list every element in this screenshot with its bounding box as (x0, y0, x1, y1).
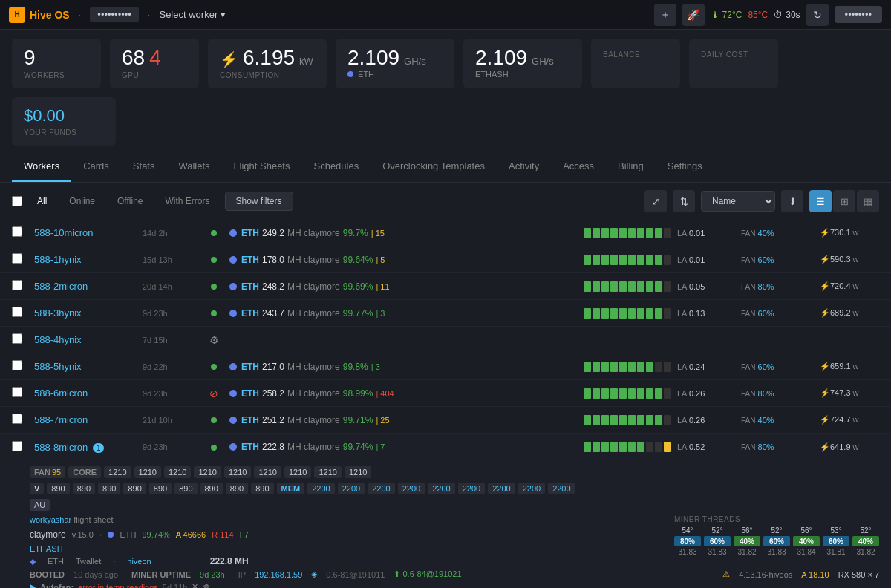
consumption-value: 6.195 (243, 48, 295, 68)
tabs-row: Workers Cards Stats Wallets Flight Sheet… (0, 151, 891, 183)
show-filters-btn[interactable]: Show filters (225, 192, 293, 211)
miner-rejected: R 114 (212, 530, 233, 539)
rocket-icon-btn[interactable]: 🚀 (682, 4, 705, 26)
temp-badge: 🌡 72°C 85°C (711, 10, 768, 20)
worker-name[interactable]: 588-4hynix (34, 334, 138, 345)
core-val-3: 1210 (194, 466, 221, 478)
gpu-bars (584, 362, 673, 372)
select-all-checkbox[interactable] (12, 196, 22, 206)
filter-errors-btn[interactable]: With Errors (157, 192, 219, 210)
worker-name[interactable]: 588-1hynix (34, 254, 138, 265)
trash-icon-btn[interactable]: 🗑 (203, 583, 211, 589)
row-checkbox[interactable] (12, 307, 22, 317)
tab-stats[interactable]: Stats (121, 151, 167, 182)
table-row: 588-6micron 9d 23h ⊘ ETH 258.2 MH claymo… (0, 380, 891, 407)
row-checkbox[interactable] (12, 360, 22, 370)
mem-val-4: 2200 (428, 483, 454, 494)
nav-right: ＋ 🚀 🌡 72°C 85°C ⏱ 30s ↻ •••••••• (654, 4, 882, 26)
tab-schedules[interactable]: Schedules (301, 151, 371, 182)
worker-name[interactable]: 588-3hynix (34, 307, 138, 318)
v-val-2: 890 (98, 483, 120, 494)
worker-uptime: 20d 14h (143, 282, 198, 291)
daily-cost-label: DAILY COST (701, 50, 766, 59)
row-checkbox[interactable] (12, 253, 22, 264)
thread-cell: 56° 40% 31.84 (793, 526, 820, 556)
mem-val-3: 2200 (398, 483, 425, 494)
eth-coin-icon (229, 416, 237, 424)
name-select[interactable]: Name (701, 191, 775, 212)
bolt-icon: ⚡ (220, 50, 238, 68)
tab-workers[interactable]: Workers (12, 151, 71, 182)
filter-offline-btn[interactable]: Offline (108, 192, 151, 210)
worker-name[interactable]: 588-5hynix (34, 361, 138, 372)
worker-la: LA 0.01 (677, 255, 737, 264)
worker-select-btn[interactable]: Select worker ▾ (159, 9, 226, 20)
row-checkbox[interactable] (12, 226, 22, 237)
view-tiles-btn[interactable]: ▦ (857, 190, 879, 212)
tab-wallets[interactable]: Wallets (166, 151, 221, 182)
eth-icon (347, 71, 353, 77)
view-list-btn[interactable]: ☰ (809, 190, 832, 212)
v-val-6: 890 (200, 483, 223, 494)
view-grid-btn[interactable]: ⊞ (833, 190, 855, 212)
download-btn[interactable]: ⬇ (781, 190, 803, 212)
thread-cell: 52° 60% 31.83 (704, 526, 731, 556)
tab-access[interactable]: Access (551, 151, 606, 182)
thread-cell: 52° 40% 31.82 (852, 526, 879, 556)
funds-card: $0.00 YOUR FUNDS (12, 97, 116, 146)
autofan-time: 5d 11h (163, 583, 188, 589)
worker-uptime: 15d 13h (143, 255, 198, 264)
worker-uptime: 9d 23h (143, 389, 198, 398)
worker-power: ⚡720.4 w (820, 281, 879, 291)
tab-settings[interactable]: Settings (656, 151, 714, 182)
worker-power: ⚡590.3 w (820, 255, 879, 264)
gpu-card: 68 4 GPU (110, 39, 199, 88)
worker-name[interactable]: 588-8micron 1 (34, 442, 138, 453)
gpu-bars (584, 415, 673, 425)
worker-name[interactable]: 588-7micron (34, 414, 138, 425)
autofan-message: error in temp readings (78, 583, 158, 589)
gpu-bars (584, 442, 673, 452)
eth-coin-icon (229, 229, 237, 237)
thread-cell: 53° 60% 31.81 (823, 526, 849, 556)
booted-time: 10 days ago (74, 570, 118, 579)
booted-label: BOOTED (30, 570, 65, 579)
worker-name[interactable]: 588-2micron (34, 281, 138, 292)
refresh-icon-btn[interactable]: ↻ (806, 4, 829, 26)
user-btn[interactable]: •••••••• (835, 6, 882, 23)
worker-name[interactable]: 588-10micron (34, 227, 138, 238)
worker-name[interactable]: 588-6micron (34, 388, 138, 399)
sort-btn[interactable]: ⇅ (673, 190, 695, 212)
worker-fan: FAN 40% (741, 416, 815, 425)
row-checkbox[interactable] (12, 280, 22, 290)
mem-val-5: 2200 (458, 483, 485, 494)
farm-name[interactable]: •••••••••• (90, 7, 139, 22)
miner-version: v.15.0 (72, 530, 94, 539)
row-checkbox[interactable] (12, 414, 22, 424)
flight-sheet-name: workyashar flight sheet (30, 515, 114, 524)
row-checkbox[interactable] (12, 333, 22, 344)
row-checkbox[interactable] (12, 387, 22, 397)
alert-icon: ⚠ (722, 569, 730, 579)
expand-btn[interactable]: ⤢ (644, 190, 667, 212)
row-checkbox[interactable] (12, 441, 22, 451)
tab-billing[interactable]: Billing (606, 151, 656, 182)
worker-la: LA 0.13 (677, 309, 737, 318)
filter-online-btn[interactable]: Online (60, 192, 104, 210)
workers-card: 9 WORKERS (12, 39, 101, 88)
tab-cards[interactable]: Cards (71, 151, 121, 182)
worker-fan: FAN 80% (741, 389, 815, 398)
consumption-unit: kW (299, 56, 313, 67)
uptime-label: MINER UPTIME (131, 570, 191, 579)
funds-label: YOUR FUNDS (24, 128, 104, 137)
add-icon-btn[interactable]: ＋ (654, 4, 676, 26)
workers-list: 588-10micron 14d 2h ETH 249.2 MH claymor… (0, 220, 891, 588)
tab-activity[interactable]: Activity (497, 151, 551, 182)
worker-fan: FAN 40% (741, 229, 815, 238)
table-row: 588-10micron 14d 2h ETH 249.2 MH claymor… (0, 220, 891, 246)
clock-icon: ⏱ (774, 10, 783, 20)
tab-overclocking[interactable]: Overclocking Templates (371, 151, 497, 182)
tab-flight-sheets[interactable]: Flight Sheets (222, 151, 302, 182)
autofan-dismiss-btn[interactable]: ✕ (192, 582, 198, 588)
filter-all-btn[interactable]: All (28, 192, 56, 210)
